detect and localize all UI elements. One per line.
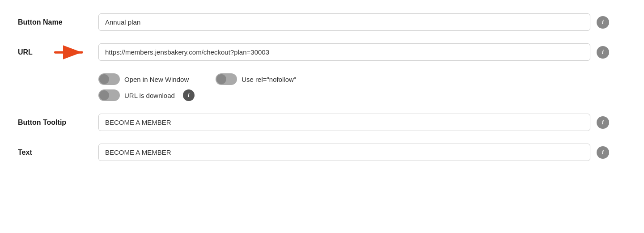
use-nofollow-toggle[interactable] (216, 73, 237, 85)
button-tooltip-input[interactable] (98, 114, 590, 131)
url-download-label: URL is download (124, 92, 175, 99)
url-download-toggle-group: URL is download (98, 89, 175, 101)
button-tooltip-info-icon[interactable]: i (597, 116, 609, 129)
text-input[interactable] (98, 144, 590, 161)
button-name-input[interactable] (98, 13, 590, 31)
button-name-field-wrapper: i (98, 13, 626, 31)
url-download-knob (99, 90, 109, 100)
button-name-info-icon[interactable]: i (597, 16, 609, 29)
form-container: Button Name i URL i (18, 13, 626, 161)
open-new-window-toggle-group: Open in New Window (98, 73, 189, 85)
button-name-label: Button Name (18, 18, 98, 26)
open-new-window-label: Open in New Window (124, 76, 189, 83)
button-tooltip-row: Button Tooltip i (18, 114, 626, 131)
arrow-icon (54, 43, 85, 61)
url-row: URL i (18, 43, 626, 61)
url-download-toggle[interactable] (98, 89, 120, 101)
arrow-indicator (54, 43, 85, 61)
url-field-wrapper: i (98, 43, 626, 61)
url-download-row: URL is download i (98, 89, 626, 101)
use-nofollow-knob (216, 74, 226, 84)
url-info-icon[interactable]: i (597, 46, 609, 59)
url-options-row: Open in New Window Use rel="nofollow" (98, 73, 626, 85)
text-row: Text i (18, 144, 626, 161)
text-info-icon[interactable]: i (597, 146, 609, 159)
use-nofollow-toggle-group: Use rel="nofollow" (216, 73, 296, 85)
button-tooltip-field-wrapper: i (98, 114, 626, 131)
use-nofollow-label: Use rel="nofollow" (242, 76, 296, 83)
open-new-window-toggle[interactable] (98, 73, 120, 85)
url-input[interactable] (98, 43, 590, 61)
url-download-info-icon[interactable]: i (183, 89, 195, 101)
open-new-window-knob (99, 74, 109, 84)
button-tooltip-label: Button Tooltip (18, 119, 98, 127)
text-label: Text (18, 148, 98, 157)
text-field-wrapper: i (98, 144, 626, 161)
button-name-row: Button Name i (18, 13, 626, 31)
